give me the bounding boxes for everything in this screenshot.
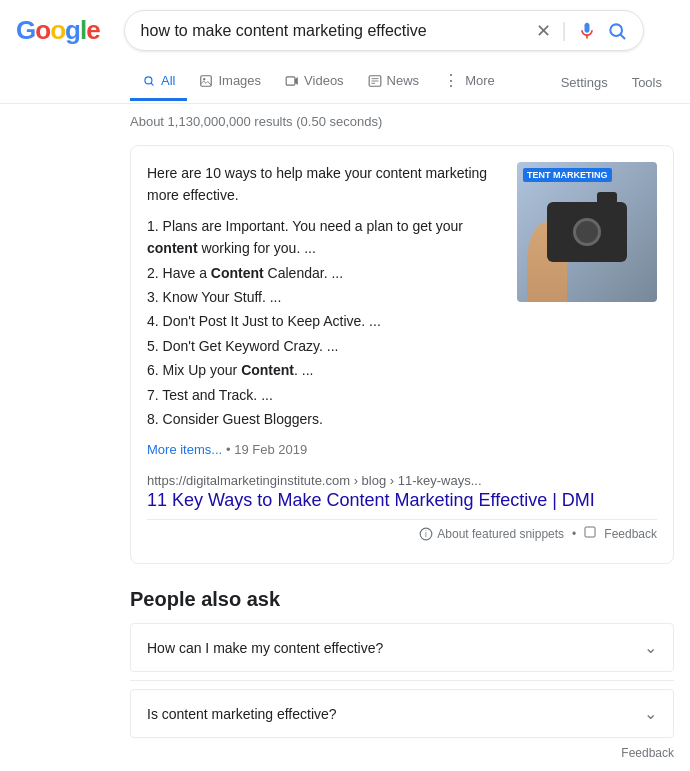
main-content: About 1,130,000,000 results (0.50 second… xyxy=(0,104,690,771)
snippet-text: Here are 10 ways to help make your conte… xyxy=(147,162,501,461)
paa-chevron-2: ⌄ xyxy=(644,704,657,723)
snippet-intro: Here are 10 ways to help make your conte… xyxy=(147,162,501,207)
nav-item-more[interactable]: ⋮ More xyxy=(431,61,507,103)
nav-item-all[interactable]: All xyxy=(130,63,187,101)
list-item: 2. Have a Content Calendar. ... xyxy=(147,262,501,284)
google-logo: Google xyxy=(16,15,100,46)
search-submit-icon[interactable] xyxy=(607,21,627,41)
list-item: 8. Consider Guest Bloggers. xyxy=(147,408,501,430)
mic-icon[interactable] xyxy=(577,21,597,41)
featured-snippet-content: Here are 10 ways to help make your conte… xyxy=(147,162,657,461)
paa-chevron-1: ⌄ xyxy=(644,638,657,657)
nav-item-videos[interactable]: Videos xyxy=(273,63,356,101)
search-bar[interactable]: ✕ | xyxy=(124,10,644,51)
featured-footer: i About featured snippets • Feedback xyxy=(147,519,657,547)
svg-rect-4 xyxy=(201,75,212,86)
svg-point-5 xyxy=(204,78,206,80)
paa-item-2: Is content marketing effective? ⌄ xyxy=(130,689,674,738)
snippet-footer-line: More items... • 19 Feb 2019 xyxy=(147,438,501,461)
featured-feedback-link[interactable]: Feedback xyxy=(604,527,657,541)
svg-rect-14 xyxy=(585,527,595,537)
feedback-icon xyxy=(584,526,596,541)
paa-item-1: How can I make my content effective? ⌄ xyxy=(130,623,674,672)
list-item: 3. Know Your Stuff. ... xyxy=(147,286,501,308)
featured-result-title[interactable]: 11 Key Ways to Make Content Marketing Ef… xyxy=(147,490,657,511)
header: Google ✕ | xyxy=(0,0,690,61)
paa-question-2[interactable]: Is content marketing effective? ⌄ xyxy=(131,690,673,737)
camera-body xyxy=(547,202,627,262)
svg-rect-6 xyxy=(286,76,295,84)
paa-divider xyxy=(130,680,674,681)
more-items-link[interactable]: More items... xyxy=(147,442,222,457)
tools-link[interactable]: Tools xyxy=(620,65,674,100)
svg-line-3 xyxy=(151,83,153,85)
nav-label-all: All xyxy=(161,73,175,88)
list-item: 5. Don't Get Keyword Crazy. ... xyxy=(147,335,501,357)
paa-feedback[interactable]: Feedback xyxy=(130,742,674,764)
dot-separator: • xyxy=(572,527,576,541)
paa-question-1[interactable]: How can I make my content effective? ⌄ xyxy=(131,624,673,671)
list-item: 6. Mix Up your Content. ... xyxy=(147,359,501,381)
info-icon: i xyxy=(419,527,433,541)
news-icon xyxy=(368,74,382,88)
snippet-list: 1. Plans are Important. You need a plan … xyxy=(147,215,501,431)
nav-label-videos: Videos xyxy=(304,73,344,88)
search-input[interactable] xyxy=(141,22,529,40)
about-snippets-link[interactable]: i About featured snippets xyxy=(419,527,564,541)
settings-link[interactable]: Settings xyxy=(549,65,620,100)
logo-letter-g1: G xyxy=(16,15,35,46)
nav-item-images[interactable]: Images xyxy=(187,63,273,101)
search-nav: All Images Videos News ⋮ More Settings T… xyxy=(0,61,690,104)
nav-right: Settings Tools xyxy=(549,65,674,100)
source-url: https://digitalmarketinginstitute.com › … xyxy=(147,473,657,488)
paa-question-2-text: Is content marketing effective? xyxy=(147,706,337,722)
logo-letter-o2: o xyxy=(50,15,65,46)
featured-snippet-box: Here are 10 ways to help make your conte… xyxy=(130,145,674,564)
videos-icon xyxy=(285,74,299,88)
logo-letter-g2: g xyxy=(65,15,80,46)
divider-line: | xyxy=(561,19,566,42)
nav-label-images: Images xyxy=(218,73,261,88)
more-dots-icon: ⋮ xyxy=(443,71,460,90)
snippet-source: https://digitalmarketinginstitute.com › … xyxy=(147,473,657,511)
people-also-ask-section: People also ask How can I make my conten… xyxy=(130,588,674,764)
paa-question-1-text: How can I make my content effective? xyxy=(147,640,383,656)
nav-label-news: News xyxy=(387,73,420,88)
search-small-icon xyxy=(142,74,156,88)
list-item: 1. Plans are Important. You need a plan … xyxy=(147,215,501,260)
list-item: 4. Don't Post It Just to Keep Active. ..… xyxy=(147,310,501,332)
images-icon xyxy=(199,74,213,88)
clear-icon[interactable]: ✕ xyxy=(536,20,551,42)
snippet-date: • 19 Feb 2019 xyxy=(226,442,307,457)
svg-line-1 xyxy=(620,34,624,38)
logo-letter-e: e xyxy=(86,15,99,46)
snippet-image: TENT MARKETING xyxy=(517,162,657,302)
paa-title: People also ask xyxy=(130,588,674,611)
list-item: 7. Test and Track. ... xyxy=(147,384,501,406)
results-count: About 1,130,000,000 results (0.50 second… xyxy=(130,114,674,129)
search-icons: ✕ | xyxy=(536,19,626,42)
camera-lens xyxy=(573,218,601,246)
feedback-square-icon xyxy=(584,526,596,538)
nav-item-news[interactable]: News xyxy=(356,63,432,101)
nav-label-more: More xyxy=(465,73,495,88)
logo-letter-o1: o xyxy=(35,15,50,46)
svg-text:i: i xyxy=(425,530,427,539)
